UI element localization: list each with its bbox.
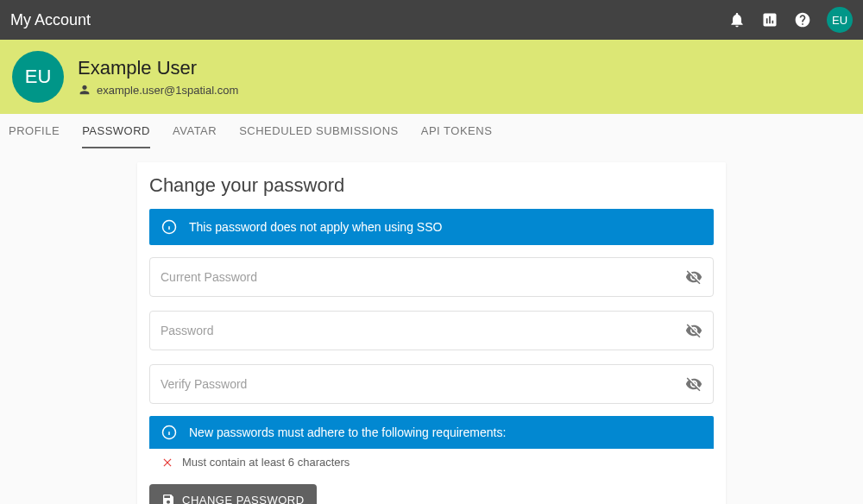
user-name: Example User [78, 57, 238, 79]
user-avatar-large: EU [12, 51, 64, 103]
requirements-header-text: New passwords must adhere to the followi… [189, 425, 506, 439]
tab-avatar[interactable]: AVATAR [173, 114, 217, 148]
user-email-row: example.user@1spatial.com [78, 83, 238, 97]
help-icon[interactable] [794, 11, 811, 28]
page-title: My Account [10, 11, 728, 29]
requirement-text: Must contain at least 6 characters [182, 456, 350, 469]
user-banner: EU Example User example.user@1spatial.co… [0, 40, 863, 114]
visibility-off-icon[interactable] [685, 268, 702, 286]
change-password-button[interactable]: CHANGE PASSWORD [149, 484, 317, 504]
user-email: example.user@1spatial.com [97, 84, 238, 97]
info-icon [161, 425, 177, 440]
tab-password[interactable]: PASSWORD [82, 114, 150, 148]
current-password-row [149, 257, 714, 297]
requirements-header: New passwords must adhere to the followi… [149, 416, 714, 449]
user-avatar-small[interactable]: EU [827, 7, 853, 33]
tab-bar: PROFILE PASSWORD AVATAR SCHEDULED SUBMIS… [0, 114, 863, 148]
password-card: Change your password This password does … [137, 162, 726, 504]
bell-icon[interactable] [728, 11, 746, 28]
visibility-off-icon[interactable] [685, 375, 702, 393]
save-icon [161, 493, 175, 504]
topbar-actions: EU [728, 7, 853, 33]
current-password-input[interactable] [161, 270, 685, 284]
topbar: My Account EU [0, 0, 863, 40]
requirement-item: Must contain at least 6 characters [149, 449, 714, 476]
change-password-label: CHANGE PASSWORD [182, 494, 305, 505]
x-icon [161, 457, 173, 469]
info-icon [161, 219, 177, 235]
tab-api-tokens[interactable]: API TOKENS [421, 114, 493, 148]
user-info: Example User example.user@1spatial.com [78, 57, 238, 97]
chart-icon[interactable] [761, 11, 778, 28]
verify-password-input[interactable] [161, 377, 685, 391]
tab-scheduled-submissions[interactable]: SCHEDULED SUBMISSIONS [239, 114, 399, 148]
card-title: Change your password [149, 174, 714, 197]
visibility-off-icon[interactable] [685, 322, 702, 339]
sso-notice: This password does not apply when using … [149, 209, 714, 245]
new-password-input[interactable] [161, 324, 685, 337]
tab-profile[interactable]: PROFILE [9, 114, 60, 148]
verify-password-row [149, 364, 714, 404]
sso-notice-text: This password does not apply when using … [189, 220, 442, 234]
person-icon [78, 83, 91, 97]
new-password-row [149, 311, 714, 350]
